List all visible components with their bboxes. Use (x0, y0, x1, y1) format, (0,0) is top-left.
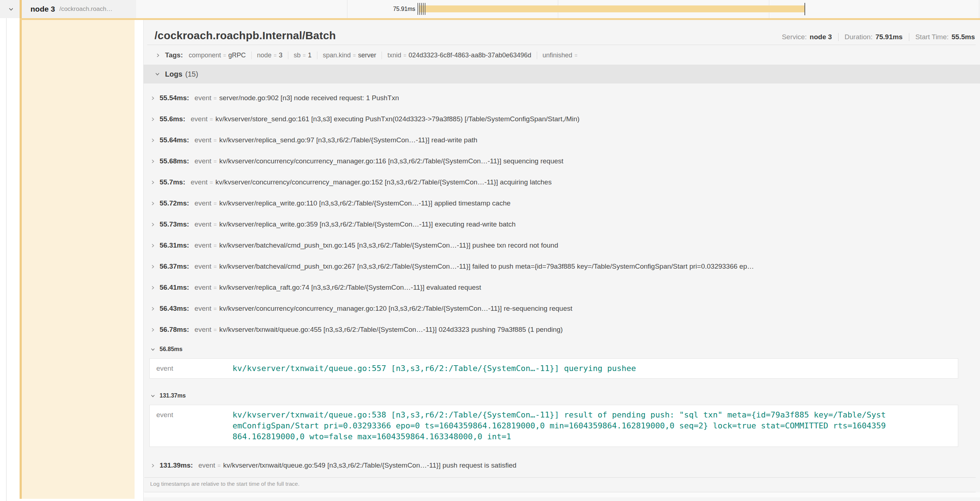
equals-sign: = (403, 53, 406, 59)
log-entry-header[interactable]: 131.37ms (149, 387, 976, 405)
log-entry-row[interactable]: 56.78ms: event = kv/kvserver/txnwait/que… (149, 319, 976, 340)
logs-footer-note: Log timestamps are relative to the start… (144, 477, 976, 492)
span-duration-bar[interactable] (419, 5, 805, 12)
chevron-right-icon[interactable] (150, 463, 156, 468)
equals-sign: = (353, 53, 356, 59)
chevron-right-icon[interactable] (150, 116, 156, 122)
log-field-key: event (191, 115, 207, 123)
log-field-value: kv/kvserver/concurrency/concurrency_mana… (215, 178, 552, 186)
chevron-right-icon[interactable] (150, 201, 156, 206)
equals-sign: = (214, 158, 217, 164)
operation-name: /cockroach.roach… (59, 5, 113, 13)
tag-key: component (189, 51, 221, 59)
tag-value: 024d3323-6c8f-4863-aa8b-37ab0e63496d (408, 51, 531, 59)
log-detail-card: event kv/kvserver/txnwait/queue.go:538 [… (150, 405, 958, 447)
equals-sign: = (214, 327, 217, 333)
log-field-key: event (194, 136, 211, 144)
logs-section-header[interactable]: Logs (15) (144, 65, 980, 83)
log-entry-row[interactable]: 55.7ms: event = kv/kvserver/concurrency/… (149, 172, 976, 193)
span-name-text: node 3 /cockroach.roach… (30, 0, 135, 18)
chevron-right-icon[interactable] (150, 264, 156, 270)
tags-label: Tags: (165, 51, 183, 59)
log-entry-row[interactable]: 131.39ms: event = kv/kvserver/txnwait/qu… (149, 455, 976, 476)
log-entry-row[interactable]: 56.43ms: event = kv/kvserver/concurrency… (149, 298, 976, 319)
log-field-value: kv/kvserver/replica_write.go:110 [n3,s3,… (220, 199, 511, 207)
chevron-right-icon[interactable] (150, 243, 156, 248)
tag-item: unfinished = (537, 51, 579, 59)
log-entry-row[interactable]: 56.41ms: event = kv/kvserver/replica_raf… (149, 277, 976, 298)
span-color-stripe (19, 0, 22, 18)
log-timestamp: 56.37ms: (159, 262, 189, 270)
log-field-value: kv/kvserver/concurrency/concurrency_mana… (220, 305, 572, 313)
tag-key: unfinished (542, 51, 572, 59)
span-hatch-marks (417, 3, 425, 15)
tag-key: txnid (387, 51, 401, 59)
span-name-cell[interactable]: node 3 /cockroach.roach… (0, 0, 136, 18)
tag-item: sb = 1 (288, 51, 312, 59)
log-field-key: event (194, 284, 211, 292)
tag-value: server (358, 51, 376, 59)
log-field-key: event (191, 178, 207, 186)
log-entry-expanded: 56.85ms event kv/kvserver/txnwait/queue.… (149, 340, 976, 379)
detail-title-row: /cockroach.roachpb.Internal/Batch Servic… (144, 20, 980, 42)
tag-value: 1 (308, 51, 312, 59)
log-field-value: kv/kvserver/store_send.go:161 [n3,s3] ex… (215, 115, 579, 123)
chevron-right-icon[interactable] (150, 327, 156, 333)
tag-item: span.kind = server (317, 51, 376, 59)
equals-sign: = (217, 463, 221, 469)
log-field-key: event (198, 461, 215, 469)
log-field-value: kv/kvserver/batcheval/cmd_push_txn.go:14… (220, 241, 558, 249)
span-overview: Service: node 3 Duration: 75.91ms Start … (782, 33, 975, 41)
span-timeline-cell[interactable]: 75.91ms (136, 0, 980, 18)
log-field-value: kv/kvserver/txnwait/queue.go:455 [n3,s3,… (220, 325, 563, 333)
span-duration-label: 75.91ms (368, 0, 415, 18)
log-entry-row[interactable]: 55.54ms: event = server/node.go:902 [n3]… (149, 88, 976, 108)
log-field-key: event (194, 157, 211, 165)
span-end-marker (805, 3, 805, 15)
log-entry-row[interactable]: 55.73ms: event = kv/kvserver/replica_wri… (149, 214, 976, 235)
tag-key: sb (294, 51, 301, 59)
chevron-right-icon[interactable] (150, 285, 156, 290)
page-left-divider (6, 0, 6, 501)
tag-value: gRPC (229, 51, 246, 59)
tag-key: span.kind (323, 51, 351, 59)
log-timestamp: 56.78ms: (159, 325, 189, 333)
chevron-right-icon[interactable] (150, 96, 156, 101)
logs-count: (15) (185, 70, 198, 78)
log-entry-row[interactable]: 55.64ms: event = kv/kvserver/replica_sen… (149, 129, 976, 151)
log-field-key: event (194, 199, 211, 207)
chevron-right-icon[interactable] (150, 159, 156, 164)
chevron-down-icon[interactable] (150, 393, 156, 399)
log-timestamp: 55.54ms: (159, 94, 189, 102)
tag-item: txnid = 024d3323-6c8f-4863-aa8b-37ab0e63… (382, 51, 531, 59)
log-detail-card: event kv/kvserver/txnwait/queue.go:557 [… (150, 358, 958, 379)
log-field-key: event (194, 220, 211, 228)
chevron-right-icon[interactable] (150, 306, 156, 311)
log-field-key: event (194, 325, 211, 333)
selected-row-highlight-column (19, 20, 135, 499)
equals-sign: = (303, 53, 306, 59)
log-entry-row[interactable]: 55.68ms: event = kv/kvserver/concurrency… (149, 151, 976, 172)
log-field-value: kv/kvserver/txnwait/queue.go:557 [n3,s3,… (232, 363, 636, 374)
chevron-right-icon[interactable] (155, 53, 161, 58)
log-entry-row[interactable]: 55.72ms: event = kv/kvserver/replica_wri… (149, 193, 976, 214)
log-field-key: event (194, 305, 211, 313)
log-field-value: kv/kvserver/replica_send.go:97 [n3,s3,r6… (220, 136, 477, 144)
log-entry-row[interactable]: 56.37ms: event = kv/kvserver/batcheval/c… (149, 256, 976, 277)
chevron-right-icon[interactable] (150, 222, 156, 227)
log-entry-row[interactable]: 56.31ms: event = kv/kvserver/batcheval/c… (149, 235, 976, 256)
chevron-right-icon[interactable] (150, 180, 156, 185)
log-timestamp: 131.37ms (159, 393, 186, 399)
log-entry-expanded: 131.37ms event kv/kvserver/txnwait/queue… (149, 387, 976, 447)
tags-section[interactable]: Tags: component = gRPC node = 3 sb = 1 s… (144, 45, 980, 65)
log-entry-header[interactable]: 56.85ms (149, 340, 976, 358)
tag-item: node = 3 (251, 51, 283, 59)
chevron-down-icon[interactable] (154, 71, 160, 77)
equals-sign: = (214, 200, 217, 207)
log-field-key: event (194, 94, 211, 102)
chevron-down-icon[interactable] (8, 6, 14, 12)
log-timestamp: 55.7ms: (159, 178, 185, 186)
chevron-down-icon[interactable] (150, 347, 156, 352)
chevron-right-icon[interactable] (150, 137, 156, 143)
log-entry-row[interactable]: 55.6ms: event = kv/kvserver/store_send.g… (149, 108, 976, 129)
